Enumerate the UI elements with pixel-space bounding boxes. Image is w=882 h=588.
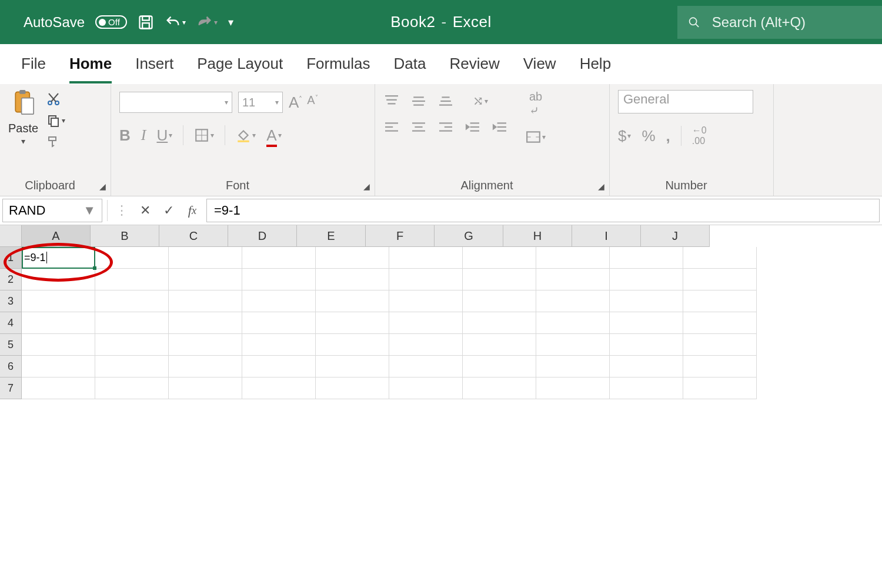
search-input[interactable] (711, 14, 871, 31)
cell[interactable] (22, 269, 95, 290)
cell[interactable] (536, 269, 610, 290)
cell[interactable] (610, 356, 683, 377)
cell[interactable] (22, 312, 95, 334)
insert-function-button[interactable]: fx (181, 196, 204, 225)
align-middle-icon[interactable] (410, 95, 427, 108)
number-format-dropdown[interactable]: General (618, 90, 753, 113)
row-header[interactable]: 3 (0, 290, 22, 312)
border-button[interactable]: ▾ (194, 128, 214, 143)
undo-button[interactable]: ▾ (165, 14, 186, 31)
italic-button[interactable]: I (141, 126, 146, 144)
row-header[interactable]: 5 (0, 334, 22, 356)
cell[interactable] (610, 312, 683, 334)
search-box[interactable] (677, 6, 882, 39)
formula-cancel-button[interactable]: ⋮ (110, 196, 133, 225)
cell[interactable] (316, 312, 389, 334)
cell[interactable] (169, 247, 242, 269)
cell[interactable] (683, 247, 757, 269)
copy-button[interactable]: ▾ (46, 113, 65, 128)
accounting-format-button[interactable]: $▾ (618, 127, 631, 145)
column-header[interactable]: H (503, 225, 572, 247)
cell[interactable] (95, 334, 169, 356)
row-header[interactable]: 1 (0, 247, 22, 269)
column-header[interactable]: C (159, 225, 228, 247)
underline-button[interactable]: U▾ (156, 126, 172, 145)
cell[interactable] (463, 356, 536, 377)
cell[interactable] (536, 356, 610, 377)
tab-file[interactable]: File (21, 55, 46, 83)
cell[interactable] (242, 290, 316, 312)
cell[interactable] (389, 312, 463, 334)
font-size-dropdown[interactable]: 11▾ (238, 92, 283, 113)
cell[interactable] (242, 312, 316, 334)
name-box[interactable]: RAND▼ (2, 199, 102, 222)
save-button[interactable] (138, 14, 154, 31)
cell[interactable] (22, 334, 95, 356)
cell[interactable] (683, 290, 757, 312)
font-name-dropdown[interactable]: ▾ (119, 92, 232, 113)
decrease-indent-icon[interactable] (465, 121, 481, 133)
cell[interactable] (389, 334, 463, 356)
cell[interactable] (169, 290, 242, 312)
cell[interactable] (242, 356, 316, 377)
cell[interactable] (683, 334, 757, 356)
tab-home[interactable]: Home (69, 55, 112, 83)
cell[interactable] (389, 269, 463, 290)
tab-page-layout[interactable]: Page Layout (197, 55, 283, 83)
cell[interactable] (463, 312, 536, 334)
paste-button[interactable]: Paste ▾ (8, 90, 38, 146)
cell[interactable] (536, 312, 610, 334)
comma-format-button[interactable]: , (666, 127, 670, 145)
fill-color-button[interactable]: ▾ (236, 128, 256, 143)
cell[interactable] (610, 247, 683, 269)
cell[interactable] (683, 312, 757, 334)
cell[interactable] (463, 247, 536, 269)
cell[interactable] (683, 377, 757, 399)
row-header[interactable]: 6 (0, 356, 22, 377)
bold-button[interactable]: B (119, 126, 131, 145)
cell[interactable] (316, 334, 389, 356)
cell[interactable] (536, 247, 610, 269)
formula-input[interactable] (206, 199, 880, 222)
decrease-font-icon[interactable]: A˅ (307, 93, 318, 112)
cell[interactable] (169, 334, 242, 356)
cell[interactable] (536, 334, 610, 356)
orientation-button[interactable]: ⤭▾ (473, 93, 488, 109)
cell[interactable] (95, 377, 169, 399)
cell[interactable] (169, 356, 242, 377)
column-header[interactable]: B (91, 225, 159, 247)
align-center-icon[interactable] (410, 121, 427, 133)
column-header[interactable]: A (22, 225, 91, 247)
autosave-toggle[interactable]: Off (95, 15, 127, 29)
wrap-text-icon[interactable]: ab⤶ (529, 90, 542, 118)
increase-indent-icon[interactable] (492, 121, 508, 133)
column-header[interactable]: D (228, 225, 297, 247)
font-launcher[interactable]: ◢ (363, 182, 370, 191)
cell[interactable]: =9-1 (22, 247, 95, 269)
cell[interactable] (536, 377, 610, 399)
cell[interactable] (22, 356, 95, 377)
alignment-launcher[interactable]: ◢ (598, 182, 604, 191)
cell[interactable] (536, 290, 610, 312)
cell[interactable] (389, 247, 463, 269)
cell[interactable] (316, 247, 389, 269)
merge-center-button[interactable]: ▾ (526, 131, 546, 143)
row-header[interactable]: 4 (0, 312, 22, 334)
qat-customize[interactable]: ▾ (228, 16, 233, 29)
cell[interactable] (316, 269, 389, 290)
cell[interactable] (242, 269, 316, 290)
cut-icon[interactable] (46, 92, 61, 106)
cell[interactable] (242, 247, 316, 269)
row-header[interactable]: 2 (0, 269, 22, 290)
cell[interactable] (95, 269, 169, 290)
cell[interactable] (463, 290, 536, 312)
cell[interactable] (683, 356, 757, 377)
select-all-triangle[interactable] (0, 225, 22, 247)
column-header[interactable]: J (641, 225, 710, 247)
cell[interactable] (169, 377, 242, 399)
percent-format-button[interactable]: % (642, 127, 655, 145)
cell[interactable] (242, 377, 316, 399)
tab-view[interactable]: View (523, 55, 556, 83)
align-left-icon[interactable] (383, 121, 400, 133)
cell[interactable] (389, 377, 463, 399)
